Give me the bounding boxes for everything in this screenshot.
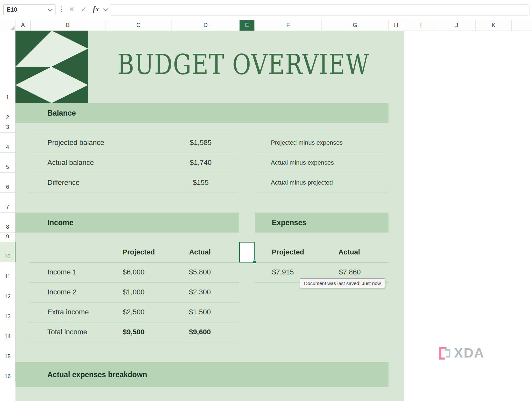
- select-all-triangle-icon: [10, 26, 15, 30]
- expenses-section-title: Expenses: [272, 218, 306, 227]
- formula-toolbar: E10 ⋮ ✕ ✓ fx: [0, 0, 532, 20]
- row-header-10-selected[interactable]: 10: [0, 242, 15, 262]
- income-row-projected: $2,500: [105, 302, 162, 322]
- divider: [30, 193, 239, 193]
- xda-watermark-text: XDA: [454, 345, 485, 361]
- column-header-d[interactable]: D: [172, 20, 240, 31]
- confirm-icon[interactable]: ✓: [81, 5, 87, 13]
- row-header-16[interactable]: 16: [0, 362, 15, 382]
- income-col-projected: Projected: [105, 242, 172, 262]
- income-row-actual: $2,300: [168, 282, 232, 302]
- row-header-6[interactable]: 6: [0, 173, 15, 193]
- name-box[interactable]: E10: [3, 4, 55, 15]
- balance-row-value: $1,740: [168, 153, 234, 173]
- expenses-col-actual: Actual: [316, 242, 382, 262]
- income-col-actual: Actual: [168, 242, 232, 262]
- income-section-header: Income: [15, 213, 239, 233]
- row-header-2[interactable]: 2: [0, 103, 15, 123]
- row-header-15[interactable]: 15: [0, 342, 15, 362]
- row-header-8[interactable]: 8: [0, 213, 15, 233]
- balance-row-note: Actual minus expenses: [271, 153, 334, 173]
- column-header-a[interactable]: A: [15, 20, 31, 31]
- column-header-row: A B C D E F G H I J K: [0, 20, 532, 31]
- divider: [255, 193, 389, 193]
- balance-row-label: Projected balance: [47, 133, 104, 153]
- balance-row-value: $1,585: [168, 133, 234, 153]
- cancel-icon[interactable]: ✕: [69, 5, 74, 13]
- income-row-label: Extra income: [47, 302, 89, 322]
- balance-section-header: Balance: [15, 103, 389, 123]
- fill-handle[interactable]: [253, 260, 256, 263]
- row-header-13[interactable]: 13: [0, 302, 15, 322]
- sheet-title: BUDGET OVERVIEW: [117, 48, 355, 81]
- income-row-actual: $1,500: [168, 302, 232, 322]
- row-header-1[interactable]: 1: [0, 31, 15, 103]
- balance-row-label: Actual balance: [47, 153, 94, 173]
- selected-cell-e10[interactable]: [239, 242, 255, 263]
- fx-chevron-icon[interactable]: [103, 6, 108, 12]
- spreadsheet-app: E10 ⋮ ✕ ✓ fx A B C D E F G H I J K 1 2 3…: [0, 0, 532, 401]
- column-header-k[interactable]: K: [476, 20, 512, 31]
- grip-dots-icon: ⋮: [58, 5, 64, 14]
- expenses-section-header: Expenses: [255, 213, 389, 233]
- save-status-tooltip: Document was last saved: Just now: [300, 278, 385, 288]
- xda-logo-icon: [437, 346, 452, 360]
- row-header-14[interactable]: 14: [0, 322, 15, 342]
- fx-icon[interactable]: fx: [93, 5, 99, 13]
- row-header-3[interactable]: 3: [0, 123, 15, 133]
- column-header-i[interactable]: I: [404, 20, 438, 31]
- row-header-11[interactable]: 11: [0, 262, 15, 282]
- workbook-logo: [15, 31, 88, 103]
- divider: [30, 342, 239, 342]
- income-row-projected: $6,000: [105, 262, 162, 282]
- row-header-12[interactable]: 12: [0, 282, 15, 302]
- breakdown-section-title: Actual expenses breakdown: [47, 370, 147, 379]
- row-header-5[interactable]: 5: [0, 153, 15, 173]
- income-row-actual: $5,800: [168, 262, 232, 282]
- column-header-h[interactable]: H: [389, 20, 404, 31]
- column-header-filler: [512, 20, 532, 31]
- column-header-f[interactable]: F: [255, 20, 322, 31]
- column-header-j[interactable]: J: [438, 20, 476, 31]
- column-header-g[interactable]: G: [322, 20, 389, 31]
- row-header-7[interactable]: 7: [0, 193, 15, 213]
- income-section-title: Income: [47, 218, 74, 227]
- balance-row-note: Projected minus expenses: [271, 133, 343, 153]
- balance-section-title: Balance: [47, 109, 76, 118]
- row-header-9[interactable]: 9: [0, 233, 15, 242]
- row-header-4[interactable]: 4: [0, 133, 15, 153]
- income-total-actual: $9,600: [168, 322, 232, 342]
- expenses-col-projected: Projected: [255, 242, 321, 262]
- income-row-label: Income 2: [47, 282, 77, 302]
- formula-input[interactable]: [110, 5, 529, 15]
- balance-row-label: Difference: [47, 173, 80, 193]
- balance-row-note: Actual minus projected: [271, 173, 333, 193]
- name-box-chevron-icon[interactable]: [48, 6, 53, 12]
- balance-row-value: $155: [168, 173, 234, 193]
- select-all-corner[interactable]: [0, 20, 15, 31]
- income-total-projected: $9,500: [105, 322, 162, 342]
- income-total-label: Total income: [47, 322, 87, 342]
- name-box-value: E10: [7, 6, 17, 13]
- xda-watermark: XDA: [437, 345, 485, 361]
- column-header-e-selected[interactable]: E: [240, 20, 255, 31]
- income-row-projected: $1,000: [105, 282, 162, 302]
- column-header-b[interactable]: B: [31, 20, 105, 31]
- breakdown-section-header: Actual expenses breakdown: [15, 362, 389, 387]
- income-row-label: Income 1: [47, 262, 77, 282]
- column-header-c[interactable]: C: [105, 20, 172, 31]
